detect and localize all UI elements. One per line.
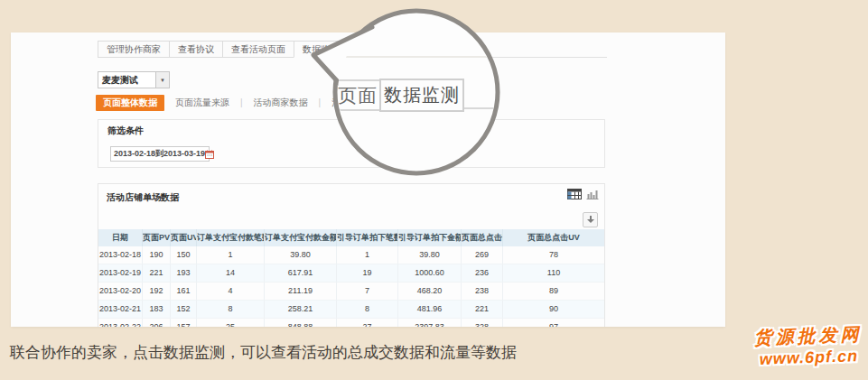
- table-cell: 468.20: [398, 283, 462, 301]
- table-cell: 238: [462, 283, 503, 301]
- table-cell: 183: [143, 301, 171, 319]
- table-body: 2013-02-18190150139.80139.80269782013-02…: [98, 246, 604, 327]
- subtab-separator: |: [319, 97, 322, 107]
- table-cell: 150: [171, 246, 197, 264]
- top-tab-1[interactable]: 管理协作商家: [98, 41, 170, 58]
- table-cell: 152: [171, 301, 197, 319]
- subtab-4[interactable]: 活动商品数据: [331, 97, 386, 109]
- table-row: 2013-02-211831528258.218481.9622190: [98, 301, 604, 319]
- table-cell: 221: [143, 264, 171, 283]
- top-tab-2[interactable]: 查看协议: [169, 41, 223, 58]
- data-section-title: 活动店铺单场数据: [107, 191, 179, 204]
- table-cell: 2013-02-18: [98, 246, 143, 264]
- download-icon: [587, 216, 594, 224]
- table-cell: 258.21: [265, 301, 337, 319]
- date-range-input[interactable]: 2013-02-18到2013-03-19: [110, 146, 210, 162]
- table-cell: 161: [171, 283, 197, 301]
- table-cell: 39.80: [398, 246, 462, 264]
- subtab-1[interactable]: 页面整体数据: [96, 95, 164, 111]
- filter-title: 筛选条件: [107, 125, 144, 137]
- table-cell: 8: [337, 301, 398, 319]
- table-view-icon[interactable]: [567, 189, 582, 199]
- store-select-value: 麦麦测试: [98, 74, 155, 87]
- table-cell: 4: [197, 283, 265, 301]
- table-cell: 221: [462, 301, 503, 319]
- table-cell: 8: [197, 301, 265, 319]
- header-cell: 订单支付宝付款笔数: [197, 229, 265, 246]
- dropdown-arrow-icon[interactable]: ▼: [155, 72, 169, 88]
- watermark: 货源批发网 www.6pf.cn: [751, 322, 866, 369]
- data-section: 活动店铺单场数据 日: [98, 183, 605, 327]
- table-cell: 2013-02-20: [98, 283, 143, 301]
- table-cell: 97: [503, 319, 604, 327]
- table-cell: 1000.60: [398, 264, 462, 283]
- table-cell: 157: [171, 319, 197, 327]
- top-tabs: 管理协作商家查看协议查看活动页面数据监测: [98, 41, 347, 58]
- table-cell: 848.88: [265, 319, 337, 327]
- table-cell: 19: [337, 264, 398, 283]
- table-cell: 90: [503, 301, 604, 319]
- table-cell: 25: [197, 319, 265, 327]
- table-cell: 27: [337, 319, 398, 327]
- table-cell: 236: [462, 264, 503, 283]
- table-cell: 206: [143, 319, 171, 327]
- admin-panel: 管理协作商家查看协议查看活动页面数据监测 麦麦测试 ▼ 页面整体数据页面流量来源…: [11, 32, 725, 327]
- table-cell: 2013-02-19: [98, 264, 143, 283]
- table-row: 2013-02-2220615725848.88272397.8332897: [98, 319, 604, 327]
- table-header-row: 日期页面PV页面UV订单支付宝付款笔数订单支付宝付款金额引导订单拍下笔数引导订单…: [98, 229, 604, 246]
- header-cell: 引导订单拍下金额: [398, 229, 462, 246]
- table-cell: 190: [143, 246, 171, 264]
- subtab-2[interactable]: 页面流量来源: [175, 97, 229, 109]
- table-cell: 269: [462, 246, 503, 264]
- table-row: 2013-02-201921614211.197468.2023889: [98, 283, 604, 301]
- table-cell: 1: [197, 246, 265, 264]
- header-cell: 页面总点击UV: [503, 229, 604, 246]
- table-cell: 89: [503, 283, 604, 301]
- table-cell: 328: [462, 319, 503, 327]
- subtabs: 页面整体数据页面流量来源|活动商家数据|活动商品数据: [96, 95, 397, 110]
- header-cell: 页面总点击数: [462, 229, 503, 246]
- calendar-icon[interactable]: [205, 150, 214, 159]
- header-cell: 页面PV: [143, 229, 171, 246]
- date-range-value: 2013-02-18到2013-03-19: [111, 148, 205, 160]
- table-cell: 2013-02-21: [98, 301, 143, 319]
- header-cell: 引导订单拍下笔数: [337, 229, 398, 246]
- store-select[interactable]: 麦麦测试 ▼: [98, 71, 170, 88]
- table-cell: 14: [197, 264, 265, 283]
- header-cell: 日期: [98, 229, 143, 246]
- watermark-url: www.6pf.cn: [751, 347, 866, 369]
- top-tab-4[interactable]: 数据监测: [294, 41, 348, 58]
- subtab-3[interactable]: 活动商家数据: [254, 97, 308, 109]
- table-cell: 2397.83: [398, 319, 462, 327]
- header-cell: 页面UV: [171, 229, 197, 246]
- download-button[interactable]: [583, 212, 598, 227]
- table-cell: 481.96: [398, 301, 462, 319]
- filter-section: 筛选条件 2013-02-18到2013-03-19: [98, 119, 605, 168]
- table-cell: 193: [171, 264, 197, 283]
- table-cell: 110: [503, 264, 604, 283]
- table-cell: 7: [337, 283, 398, 301]
- table-cell: 617.91: [265, 264, 337, 283]
- data-table: 日期页面PV页面UV订单支付宝付款笔数订单支付宝付款金额引导订单拍下笔数引导订单…: [98, 229, 604, 327]
- table-cell: 78: [503, 246, 604, 264]
- table-cell: 2013-02-22: [98, 319, 143, 327]
- table-cell: 1: [337, 246, 398, 264]
- header-cell: 订单支付宝付款金额: [265, 229, 337, 246]
- table-row: 2013-02-18190150139.80139.8026978: [98, 246, 604, 264]
- table-cell: 211.19: [265, 283, 337, 301]
- subtab-separator: |: [240, 97, 243, 107]
- table-row: 2013-02-1922119314617.91191000.60236110: [98, 264, 604, 283]
- tutorial-caption: 联合协作的卖家，点击数据监测，可以查看活动的总成交数据和流量等数据: [10, 342, 517, 363]
- table-cell: 192: [143, 283, 171, 301]
- chart-view-icon[interactable]: [586, 189, 599, 199]
- table-cell: 39.80: [265, 246, 337, 264]
- top-tab-3[interactable]: 查看活动页面: [222, 41, 294, 58]
